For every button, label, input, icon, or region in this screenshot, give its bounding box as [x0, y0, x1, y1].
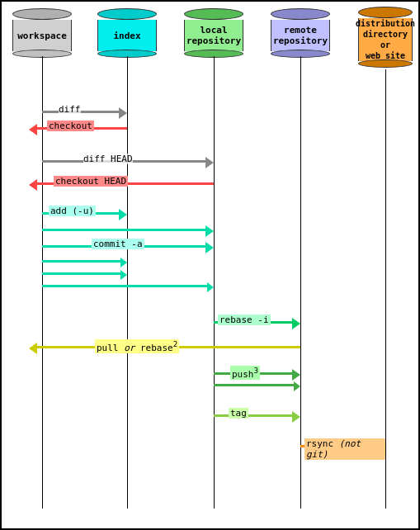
diff-head-label: diff HEAD: [83, 154, 133, 164]
checkout-head-arrow: checkout HEAD: [29, 177, 214, 191]
dist-dir-cylinder: distributiondirectoryorweb site: [358, 7, 413, 68]
local-repo-cylinder: localrepository: [184, 8, 243, 58]
commit-a-arrow: commit -a: [42, 240, 214, 253]
index-label: index: [113, 31, 140, 41]
remote-repo-cylinder: remoterepository: [271, 8, 330, 58]
dist-dir-label: distributiondirectoryorweb site: [356, 18, 415, 61]
dist-dir-vline: [385, 69, 386, 509]
small-arrow2: [42, 269, 127, 279]
push-arrow: push3: [214, 367, 300, 381]
diff-label: diff: [59, 104, 81, 115]
rsync-label: rsync (not git): [304, 438, 385, 460]
add-arrow: add (-u): [42, 207, 127, 220]
push-arrow2: [214, 381, 300, 390]
checkout-label: checkout: [47, 121, 94, 131]
workspace-label: workspace: [17, 31, 67, 41]
commit-a-label: commit -a: [92, 239, 144, 249]
pull-rebase-arrow: pull or rebase2: [29, 341, 300, 354]
checkout-head-label: checkout HEAD: [54, 176, 128, 187]
tag-arrow: tag: [214, 409, 300, 423]
rebase-i-arrow: rebase -i: [214, 316, 300, 329]
arrow-ws-local1: [42, 224, 214, 237]
diff-arrow: diff: [42, 106, 127, 119]
diagram: workspace index localrepository remotere…: [0, 0, 420, 530]
diff-head-arrow: diff HEAD: [42, 155, 214, 168]
pull-rebase-label: pull or rebase2: [95, 339, 179, 353]
small-arrow3: [42, 282, 214, 291]
index-cylinder: index: [97, 8, 157, 58]
push-label: push3: [230, 366, 260, 380]
remote-repo-label: remoterepository: [273, 25, 328, 46]
small-arrow1: [42, 257, 127, 267]
rebase-i-label: rebase -i: [218, 315, 271, 325]
checkout-arrow: checkout: [29, 122, 127, 135]
tag-label: tag: [229, 408, 248, 419]
workspace-cylinder: workspace: [12, 8, 72, 58]
add-label: add (-u): [49, 206, 96, 216]
local-repo-vline: [214, 56, 215, 509]
local-repo-label: localrepository: [186, 25, 241, 46]
rsync-arrow: rsync (not git): [300, 440, 385, 453]
